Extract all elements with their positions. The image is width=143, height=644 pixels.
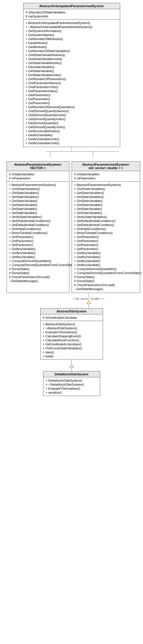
apv-m-10: + SetDefaultInitialCondition() [9, 223, 67, 227]
apv-m-16: + GetAnyVariable() [9, 247, 67, 251]
method-au-25: + HasDerivedQuantity() [26, 121, 118, 125]
ode-m-5: + GetUseAnalyticJacobian() [43, 342, 100, 346]
method-au-9: + rGetStateVariableUnits() [26, 57, 118, 61]
apv-m-8: + VerifyStateVariables() [9, 215, 67, 219]
aps-protected: # mStateVariables # mParameters [72, 171, 140, 182]
delta-m-1: + ~DeltaNotchOdeSystem() [46, 383, 98, 387]
apv-m-3: + SetStateVariables() [9, 195, 67, 199]
method-au-16: + rGetParameterUnits() [26, 85, 118, 89]
ode-to-delta-connector [69, 360, 74, 371]
apv-m-18: + SetAnyVariable() [9, 255, 67, 259]
method-au-26: + GetDerivedQuantityUnits() [26, 125, 118, 129]
ode-protected: # mUseAnalyticJacobian [41, 314, 103, 321]
apv-m-11: + GetInitialConditions() [9, 227, 67, 231]
method-au-24: + GetDerivedQuantityIndex() [26, 117, 118, 121]
apv-m-4: + GetStateVariable() [9, 199, 67, 203]
field-mnumber: # mNumberOfStateVariables [26, 10, 118, 14]
apv-m-13: + GetParameter() [9, 235, 67, 239]
abstract-parameterised-stdvector-box: AbstractParameterisedSystem< std::vector… [72, 161, 140, 293]
apv-m-22: # DumpState() [9, 271, 67, 275]
svg-marker-1 [70, 364, 74, 368]
method-au-29: + GetAnyVariableUnits() [26, 137, 118, 141]
apv-m-0: + AbstractParameterisedSystem() [9, 183, 67, 187]
ode-m-4: + CalculateRootFunction() [43, 338, 100, 342]
ode-field-0: # mUseAnalyticJacobian [43, 316, 100, 320]
apv-m-2: + GetStateVariables() [9, 191, 67, 195]
aps-public: + AbstractParameterisedSystem() + rGetSt… [72, 182, 140, 293]
abstract-parameterised-stdvector-title: AbstractParameterisedSystem< std::vector… [72, 162, 140, 171]
apv-field-1: # mParameters [9, 176, 67, 180]
aps-m-1: + rGetStateVariables() [74, 187, 138, 191]
method-au-19: + GetParameter() [26, 97, 118, 101]
method-au-27: + GetAnyVariableIndex() [26, 129, 118, 133]
aps-m-20: + SetAnyVariable() [74, 263, 138, 267]
method-au-14: + GetNumberOfParameters() [26, 77, 118, 81]
template-connector: < std::vector< double > > [55, 293, 123, 308]
apv-m-20: + ComputeDerivedQuantitiesFromCurrentSta… [9, 263, 67, 267]
ode-m-7: + save() [43, 350, 100, 354]
aps-m-19: + SetAnyVariable() [74, 259, 138, 263]
method-au-6: + GetAttribute() [26, 45, 118, 49]
method-au-8: + rGetStateVariableNames() [26, 53, 118, 57]
aps-m-27 [74, 291, 138, 292]
abstract-ode-title: AbstractOdeSystem [41, 308, 103, 314]
aps-m-4: + GetStateVariable() [74, 199, 138, 203]
method-au-30: + GetAnyVariableUnits() [26, 141, 118, 145]
apv-m-25 [9, 283, 67, 284]
method-au-23: + rGetDerivedQuantityUnits() [26, 113, 118, 117]
abstract-parameterised-vector-title: AbstractParameterisedSystem< VECTOR > [7, 162, 69, 171]
abstract-ode-box: AbstractOdeSystem # mUseAnalyticJacobian… [40, 308, 103, 360]
method-au-4: + GetNumberOfAttributes() [26, 37, 118, 41]
method-au-28: + HasAnyVariable() [26, 133, 118, 137]
abstract-untemplated-title: AbstractUntemplatedParameterisedSystem [23, 3, 120, 9]
template-label: < std::vector< double > > [73, 297, 104, 300]
apv-m-12: + ResetToInitialConditions() [9, 231, 67, 235]
method-au-0: + AbstractUntemplatedParameterisedSystem… [26, 21, 118, 25]
apv-m-23: # CheckParametersOnLoad() [9, 275, 67, 279]
apv-m-19: + ComputeDerivedQuantities() [9, 259, 67, 263]
aps-m-12: + ResetToInitialConditions() [74, 231, 138, 235]
aps-m-3: + SetStateVariables() [74, 195, 138, 199]
aps-m-14: + GetParameter() [74, 239, 138, 243]
fork-connector [23, 147, 120, 161]
apv-m-6: + SetStateVariable() [9, 207, 67, 211]
abstract-untemplated-public: + AbstractUntemplatedParameterisedSystem… [23, 20, 120, 147]
aps-m-13: + GetParameter() [74, 235, 138, 239]
aps-m-7: + SetStateVariable() [74, 211, 138, 215]
aps-m-22: + ComputeDerivedQuantitiesFromCurrentSta… [74, 271, 138, 275]
method-au-22: + rGetDerivedQuantityNames() [26, 109, 118, 113]
ode-m-6: + rGetConstStateVariables() [43, 346, 100, 350]
method-au-1: + ~AbstractUntemplatedParameterisedSyste… [26, 25, 118, 29]
abstract-parameterised-vector-box: AbstractParameterisedSystem< VECTOR > # … [7, 161, 69, 293]
delta-notch-box: DeltaNotchOdeSystem + DeltaNotchOdeSyste… [43, 371, 100, 396]
aps-m-18: + GetAnyVariable() [74, 255, 138, 259]
delta-public: + DeltaNotchOdeSystem() + ~DeltaNotchOde… [43, 377, 100, 396]
apv-m-21: # DumpState() [9, 267, 67, 271]
method-au-10: + GetStateVariableIndex() [26, 61, 118, 65]
delta-notch-title: DeltaNotchOdeSystem [43, 371, 100, 377]
delta-m-3: + serialize() [46, 391, 98, 395]
ode-m-0: + AbstractOdeSystem() [43, 322, 100, 326]
aps-field-1: # mParameters [74, 176, 138, 180]
aps-m-16: + SetParameter() [74, 247, 138, 251]
apv-m-9: + SetDefaultInitialConditions() [9, 219, 67, 223]
aps-m-8: + VerifyStateVariables() [74, 215, 138, 219]
aps-m-21: + ComputeDerivedQuantities() [74, 267, 138, 271]
svg-marker-0 [87, 301, 91, 304]
aps-m-15: + SetParameter() [74, 243, 138, 247]
aps-field-0: # mStateVariables [74, 172, 138, 176]
ode-m-8: + load() [43, 354, 100, 358]
aps-m-17: + GetAnyVariable() [74, 251, 138, 255]
method-au-12: + GetStateVariable() [26, 69, 118, 73]
aps-m-9: + SetDefaultInitialConditions() [74, 219, 138, 223]
apv-m-5: + GetStateVariable() [9, 203, 67, 207]
two-boxes-row: AbstractParameterisedSystem< VECTOR > # … [3, 161, 140, 293]
ode-m-2: + EvaluateYDerivatives() [43, 330, 100, 334]
method-au-31 [26, 145, 118, 146]
method-au-17: + GetParameterIndex() [26, 89, 118, 93]
method-au-7: + GetNumberOfStateVariables() [26, 49, 118, 53]
apv-m-17: + GetAnyVariable() [9, 251, 67, 255]
inheritance-triangle-icon [69, 364, 74, 368]
aps-m-2: + GetStateVariables() [74, 191, 138, 195]
aps-m-26: - GetStateMessage() [74, 287, 138, 291]
